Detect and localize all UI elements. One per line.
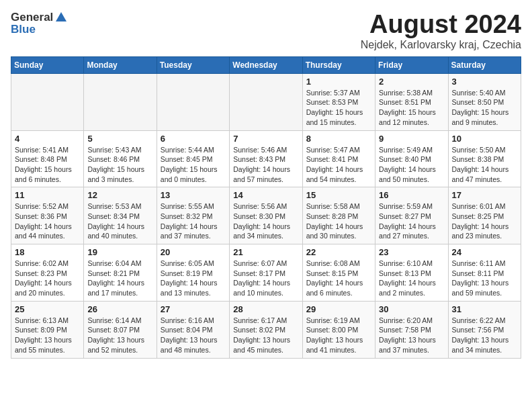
day-info: Sunrise: 6:11 AM Sunset: 8:11 PM Dayligh…	[452, 259, 517, 298]
calendar-cell: 23Sunrise: 6:10 AM Sunset: 8:13 PM Dayli…	[375, 244, 448, 302]
calendar-week-5: 25Sunrise: 6:13 AM Sunset: 8:09 PM Dayli…	[11, 301, 521, 358]
calendar-cell: 2Sunrise: 5:38 AM Sunset: 8:51 PM Daylig…	[375, 73, 448, 130]
day-info: Sunrise: 6:02 AM Sunset: 8:23 PM Dayligh…	[15, 259, 80, 298]
calendar-cell: 5Sunrise: 5:43 AM Sunset: 8:46 PM Daylig…	[84, 130, 157, 187]
day-number: 7	[233, 134, 298, 144]
calendar-week-1: 1Sunrise: 5:37 AM Sunset: 8:53 PM Daylig…	[11, 73, 521, 130]
calendar-cell: 1Sunrise: 5:37 AM Sunset: 8:53 PM Daylig…	[302, 73, 375, 130]
day-info: Sunrise: 5:59 AM Sunset: 8:27 PM Dayligh…	[379, 201, 444, 241]
calendar-cell: 11Sunrise: 5:52 AM Sunset: 8:36 PM Dayli…	[11, 187, 84, 244]
calendar-header: Sunday Monday Tuesday Wednesday Thursday…	[11, 56, 521, 73]
day-info: Sunrise: 6:01 AM Sunset: 8:25 PM Dayligh…	[452, 201, 517, 241]
day-info: Sunrise: 6:04 AM Sunset: 8:21 PM Dayligh…	[87, 259, 152, 298]
day-number: 30	[379, 304, 444, 314]
page-header: General Blue August 2024 Nejdek, Karlova…	[11, 11, 521, 51]
calendar-body: 1Sunrise: 5:37 AM Sunset: 8:53 PM Daylig…	[11, 73, 521, 358]
col-friday: Friday	[375, 56, 448, 73]
calendar-cell: 29Sunrise: 6:19 AM Sunset: 8:00 PM Dayli…	[302, 301, 375, 358]
day-info: Sunrise: 6:05 AM Sunset: 8:19 PM Dayligh…	[161, 259, 226, 298]
day-number: 3	[452, 77, 517, 87]
col-saturday: Saturday	[448, 56, 521, 73]
day-info: Sunrise: 6:17 AM Sunset: 8:02 PM Dayligh…	[233, 316, 298, 355]
day-info: Sunrise: 6:16 AM Sunset: 8:04 PM Dayligh…	[161, 316, 226, 355]
day-info: Sunrise: 6:22 AM Sunset: 7:56 PM Dayligh…	[452, 316, 517, 355]
day-info: Sunrise: 6:14 AM Sunset: 8:07 PM Dayligh…	[87, 316, 152, 355]
day-info: Sunrise: 5:37 AM Sunset: 8:53 PM Dayligh…	[306, 88, 371, 128]
day-number: 1	[306, 77, 371, 87]
day-number: 25	[15, 304, 80, 314]
calendar-table: Sunday Monday Tuesday Wednesday Thursday…	[11, 56, 521, 359]
day-info: Sunrise: 6:13 AM Sunset: 8:09 PM Dayligh…	[15, 316, 80, 355]
calendar-cell: 27Sunrise: 6:16 AM Sunset: 8:04 PM Dayli…	[157, 301, 229, 358]
day-number: 18	[15, 247, 80, 257]
day-info: Sunrise: 5:55 AM Sunset: 8:32 PM Dayligh…	[161, 201, 226, 241]
calendar-cell: 20Sunrise: 6:05 AM Sunset: 8:19 PM Dayli…	[157, 244, 229, 302]
day-number: 14	[233, 190, 298, 200]
calendar-cell: 26Sunrise: 6:14 AM Sunset: 8:07 PM Dayli…	[84, 301, 157, 358]
day-info: Sunrise: 5:38 AM Sunset: 8:51 PM Dayligh…	[379, 88, 444, 128]
logo-blue-text: Blue	[11, 23, 36, 36]
day-info: Sunrise: 5:43 AM Sunset: 8:46 PM Dayligh…	[87, 145, 152, 185]
calendar-cell	[11, 73, 84, 130]
day-info: Sunrise: 5:49 AM Sunset: 8:40 PM Dayligh…	[379, 145, 444, 185]
calendar-cell: 3Sunrise: 5:40 AM Sunset: 8:50 PM Daylig…	[448, 73, 521, 130]
calendar-cell	[157, 73, 229, 130]
day-number: 24	[452, 247, 517, 257]
day-number: 23	[379, 247, 444, 257]
calendar-cell: 8Sunrise: 5:47 AM Sunset: 8:41 PM Daylig…	[302, 130, 375, 187]
day-number: 26	[87, 304, 152, 314]
day-info: Sunrise: 5:58 AM Sunset: 8:28 PM Dayligh…	[306, 201, 371, 241]
day-info: Sunrise: 6:19 AM Sunset: 8:00 PM Dayligh…	[306, 316, 371, 355]
calendar-cell: 7Sunrise: 5:46 AM Sunset: 8:43 PM Daylig…	[230, 130, 302, 187]
day-number: 15	[306, 190, 371, 200]
day-number: 10	[452, 134, 517, 144]
calendar-week-2: 4Sunrise: 5:41 AM Sunset: 8:48 PM Daylig…	[11, 130, 521, 187]
day-number: 19	[87, 247, 152, 257]
day-number: 22	[306, 247, 371, 257]
calendar-cell	[230, 73, 302, 130]
col-wednesday: Wednesday	[230, 56, 302, 73]
svg-marker-0	[56, 12, 66, 21]
day-number: 27	[161, 304, 226, 314]
calendar-cell: 24Sunrise: 6:11 AM Sunset: 8:11 PM Dayli…	[448, 244, 521, 302]
day-number: 9	[379, 134, 444, 144]
calendar-cell: 28Sunrise: 6:17 AM Sunset: 8:02 PM Dayli…	[230, 301, 302, 358]
day-number: 12	[87, 190, 152, 200]
calendar-cell: 17Sunrise: 6:01 AM Sunset: 8:25 PM Dayli…	[448, 187, 521, 244]
day-number: 4	[15, 134, 80, 144]
day-number: 16	[379, 190, 444, 200]
calendar-cell: 19Sunrise: 6:04 AM Sunset: 8:21 PM Dayli…	[84, 244, 157, 302]
calendar-cell: 22Sunrise: 6:08 AM Sunset: 8:15 PM Dayli…	[302, 244, 375, 302]
col-sunday: Sunday	[11, 56, 84, 73]
logo-icon	[54, 11, 68, 24]
logo-general-text: General	[11, 11, 53, 24]
calendar-cell: 31Sunrise: 6:22 AM Sunset: 7:56 PM Dayli…	[448, 301, 521, 358]
day-info: Sunrise: 5:53 AM Sunset: 8:34 PM Dayligh…	[87, 201, 152, 241]
day-info: Sunrise: 5:40 AM Sunset: 8:50 PM Dayligh…	[452, 88, 517, 128]
day-number: 21	[233, 247, 298, 257]
calendar-cell: 4Sunrise: 5:41 AM Sunset: 8:48 PM Daylig…	[11, 130, 84, 187]
day-number: 31	[452, 304, 517, 314]
day-info: Sunrise: 6:20 AM Sunset: 7:58 PM Dayligh…	[379, 316, 444, 355]
day-info: Sunrise: 5:47 AM Sunset: 8:41 PM Dayligh…	[306, 145, 371, 185]
day-info: Sunrise: 5:41 AM Sunset: 8:48 PM Dayligh…	[15, 145, 80, 185]
day-info: Sunrise: 5:44 AM Sunset: 8:45 PM Dayligh…	[161, 145, 226, 185]
day-info: Sunrise: 6:10 AM Sunset: 8:13 PM Dayligh…	[379, 259, 444, 298]
day-number: 6	[161, 134, 226, 144]
title-section: August 2024 Nejdek, Karlovarsky kraj, Cz…	[361, 11, 521, 51]
calendar-cell	[84, 73, 157, 130]
day-number: 5	[87, 134, 152, 144]
day-number: 13	[161, 190, 226, 200]
day-number: 11	[15, 190, 80, 200]
col-tuesday: Tuesday	[157, 56, 229, 73]
day-info: Sunrise: 5:46 AM Sunset: 8:43 PM Dayligh…	[233, 145, 298, 185]
subtitle: Nejdek, Karlovarsky kraj, Czechia	[361, 39, 521, 51]
calendar-cell: 30Sunrise: 6:20 AM Sunset: 7:58 PM Dayli…	[375, 301, 448, 358]
day-number: 17	[452, 190, 517, 200]
calendar-week-4: 18Sunrise: 6:02 AM Sunset: 8:23 PM Dayli…	[11, 244, 521, 302]
day-number: 2	[379, 77, 444, 87]
calendar-cell: 21Sunrise: 6:07 AM Sunset: 8:17 PM Dayli…	[230, 244, 302, 302]
day-number: 29	[306, 304, 371, 314]
calendar-week-3: 11Sunrise: 5:52 AM Sunset: 8:36 PM Dayli…	[11, 187, 521, 244]
day-info: Sunrise: 6:07 AM Sunset: 8:17 PM Dayligh…	[233, 259, 298, 298]
